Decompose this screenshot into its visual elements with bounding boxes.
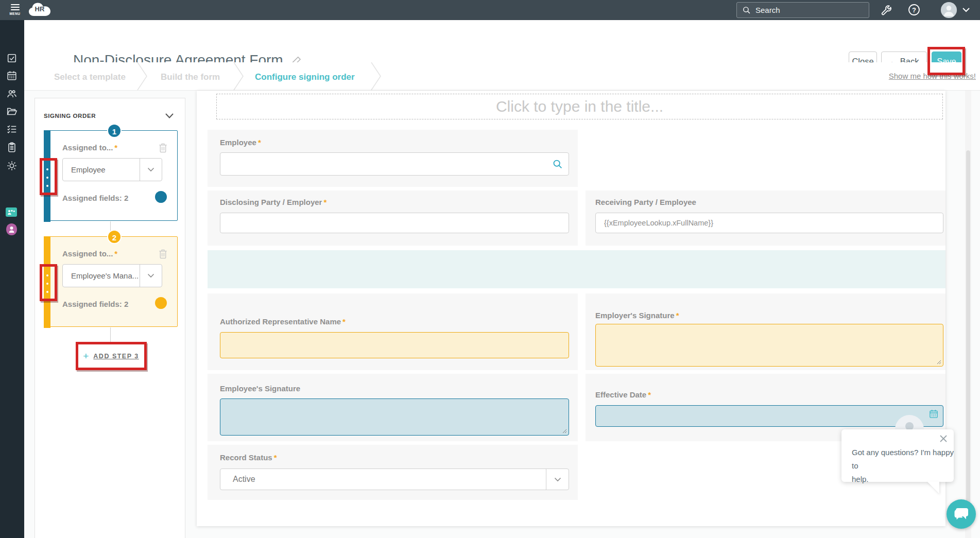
teal-app-icon: [5, 206, 18, 218]
chevron-down-icon: [962, 7, 970, 13]
sidebar-item-people[interactable]: [6, 88, 18, 99]
resize-handle-icon[interactable]: [936, 359, 941, 365]
wizard-step-configure-signing[interactable]: Configure signing order: [255, 72, 355, 82]
authorized-rep-label: Authorized Representative Name*: [220, 317, 346, 326]
step1-number-badge: 1: [107, 124, 122, 138]
chat-bubble-tail: [927, 481, 939, 494]
folder-icon: [6, 106, 18, 117]
trash-icon: [158, 248, 168, 259]
purple-app-icon: [6, 223, 18, 236]
receiving-party-label: Receiving Party / Employee: [595, 198, 696, 206]
receiving-party-input[interactable]: [595, 213, 943, 233]
hr-logo[interactable]: HR: [27, 1, 53, 19]
users-icon: [6, 88, 18, 99]
authorized-rep-input[interactable]: [220, 332, 569, 358]
sidebar-app-badge-purple[interactable]: [6, 223, 17, 234]
chat-launcher-button[interactable]: [947, 499, 976, 529]
chat-close-button[interactable]: [939, 435, 949, 444]
record-status-label: Record Status*: [220, 453, 277, 462]
account-menu-chevron[interactable]: [962, 7, 970, 13]
hamburger-icon: [6, 4, 24, 11]
step2-drag-bar[interactable]: [44, 236, 50, 328]
wizard-step-select-template[interactable]: Select a template: [54, 72, 126, 82]
required-asterisk: *: [114, 143, 117, 152]
search-icon: [742, 6, 751, 14]
signing-order-panel: SIGNING ORDER 1 Assigned to...* Employee…: [35, 98, 185, 538]
collapse-chevron-icon[interactable]: [165, 113, 174, 119]
page-header: Non-Disclosure Agreement Form Close ← Ba…: [24, 20, 980, 62]
step2-assignee-value: Employee's Mana...: [63, 271, 140, 280]
close-icon: [939, 435, 948, 443]
add-step-button[interactable]: + ADD STEP 3: [78, 345, 144, 367]
search-input[interactable]: [755, 6, 858, 14]
help-icon: ?: [908, 4, 920, 16]
form-title-placeholder[interactable]: Click to type in the title...: [216, 94, 943, 119]
plus-icon: +: [83, 351, 89, 362]
step-separator: [233, 62, 244, 90]
chat-message-text: Got any questions? I'm happy to help.: [852, 446, 954, 486]
show-me-how-link[interactable]: Show me how this works!: [889, 72, 976, 80]
sidebar-app-badge-teal[interactable]: [5, 206, 16, 218]
sidebar-item-checklist[interactable]: [6, 124, 18, 135]
calendar-icon: [6, 70, 18, 81]
task-check-icon: [6, 53, 18, 64]
disclosing-party-input[interactable]: [220, 213, 569, 233]
main-menu-button[interactable]: MENU: [6, 3, 24, 18]
chevron-down-icon: [147, 273, 154, 278]
datepicker-calendar-icon[interactable]: [929, 409, 939, 419]
disclosing-party-label: Disclosing Party / Employer*: [220, 198, 326, 206]
sidebar: [0, 20, 24, 538]
hr-logo-text: HR: [27, 5, 53, 13]
sidebar-item-calendar[interactable]: [6, 70, 18, 81]
step1-assignee-select[interactable]: Employee: [62, 158, 162, 181]
assigned-to-label: Assigned to...*: [62, 249, 117, 258]
step2-color-dot: [155, 297, 167, 309]
menu-label: MENU: [6, 12, 24, 15]
signing-step-card-1: 1 Assigned to...* Employee Assigned fiel…: [44, 130, 178, 221]
employee-signature-box[interactable]: [220, 398, 569, 436]
sidebar-item-files[interactable]: [6, 106, 18, 117]
sidebar-item-tasks[interactable]: [6, 53, 18, 64]
step2-number-badge: 2: [107, 230, 122, 244]
drag-handle-icon: [44, 236, 50, 293]
scrollbar-thumb[interactable]: [966, 150, 970, 511]
wizard-step-build-form[interactable]: Build the form: [161, 72, 220, 82]
step-connector: [110, 327, 111, 343]
resize-handle-icon[interactable]: [562, 428, 567, 433]
select-chevron: [546, 469, 569, 490]
employee-lookup-input[interactable]: [220, 152, 569, 176]
step1-color-dot: [155, 191, 167, 203]
wizard-steps: Select a template Build the form Configu…: [24, 62, 980, 91]
form-canvas: Click to type in the title... Employee* …: [197, 91, 945, 526]
select-chevron: [140, 159, 162, 181]
effective-date-label: Effective Date*: [595, 390, 651, 399]
delete-step-button[interactable]: [158, 142, 168, 153]
tools-wrench-button[interactable]: [881, 4, 892, 16]
step2-assignee-select[interactable]: Employee's Mana...: [62, 264, 162, 287]
required-asterisk: *: [114, 249, 117, 258]
select-chevron: [140, 265, 162, 287]
chevron-down-icon: [554, 477, 561, 482]
topbar: MENU HR ?: [0, 0, 980, 20]
delete-step-button[interactable]: [158, 248, 168, 259]
trash-icon: [158, 142, 168, 153]
step-separator: [370, 62, 382, 90]
add-step-label: ADD STEP 3: [93, 353, 139, 360]
assigned-to-label: Assigned to...*: [62, 143, 117, 152]
avatar-icon: [940, 2, 957, 19]
drag-handle-icon: [44, 130, 50, 187]
employer-signature-box[interactable]: [595, 324, 943, 367]
step-separator: [136, 62, 148, 90]
user-avatar[interactable]: [940, 2, 957, 19]
help-button[interactable]: ?: [908, 4, 920, 16]
chat-bubbles-icon: [954, 507, 969, 522]
employer-signature-label: Employer's Signature*: [595, 311, 679, 320]
chat-message-bubble: Got any questions? I'm happy to help.: [841, 429, 954, 482]
sidebar-item-forms[interactable]: [6, 142, 18, 153]
global-search: [736, 2, 869, 18]
sidebar-item-settings[interactable]: [6, 160, 18, 171]
record-status-select[interactable]: Active: [220, 468, 569, 490]
effective-date-input[interactable]: [595, 405, 943, 427]
step1-drag-bar[interactable]: [44, 130, 50, 222]
lookup-search-icon[interactable]: [552, 159, 563, 169]
